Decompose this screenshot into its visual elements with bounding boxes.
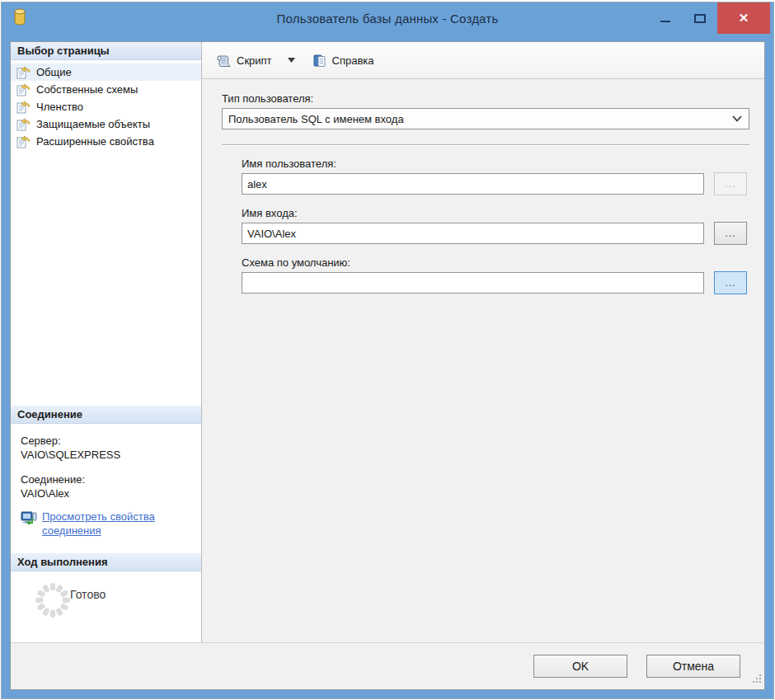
footer: OK Отмена xyxy=(11,642,764,689)
maximize-button[interactable] xyxy=(683,2,717,34)
minimize-button[interactable] xyxy=(648,2,683,34)
user-type-select[interactable]: Пользователь SQL с именем входа xyxy=(222,108,749,129)
login-name-input[interactable] xyxy=(242,223,704,244)
script-button[interactable]: Скрипт xyxy=(210,49,278,72)
page-icon xyxy=(16,135,31,148)
script-dropdown-button[interactable] xyxy=(284,49,298,72)
connection-header: Соединение xyxy=(11,406,201,424)
sidebar-item-label: Членство xyxy=(36,101,83,113)
ok-button[interactable]: OK xyxy=(533,655,627,678)
server-value: VAIO\SQLEXPRESS xyxy=(21,448,193,462)
default-schema-input[interactable] xyxy=(242,272,704,294)
connection-properties-icon xyxy=(21,510,42,538)
toolbar: Скрипт Справка xyxy=(202,42,764,79)
close-icon: ✕ xyxy=(739,11,749,26)
default-schema-browse-button[interactable]: ... xyxy=(714,271,747,294)
page-icon xyxy=(16,83,31,96)
help-button[interactable]: Справка xyxy=(307,49,380,72)
progress-header: Ход выполнения xyxy=(11,553,201,571)
sidebar: Выбор страницы Общие Собственные схемы xyxy=(11,42,202,642)
help-icon xyxy=(312,54,327,68)
page-icon xyxy=(16,101,31,114)
help-button-label: Справка xyxy=(332,54,374,67)
script-icon xyxy=(216,54,232,68)
minimize-icon xyxy=(660,21,670,22)
user-type-value: Пользователь SQL с именем входа xyxy=(228,113,404,125)
login-name-label: Имя входа: xyxy=(242,207,747,219)
connection-section: Соединение Сервер: VAIO\SQLEXPRESS Соеди… xyxy=(11,406,201,553)
script-button-label: Скрипт xyxy=(237,54,272,67)
title-bar[interactable]: Пользователь базы данных - Создать ✕ xyxy=(2,2,773,34)
separator xyxy=(222,144,749,146)
maximize-icon xyxy=(694,14,706,23)
progress-spinner-icon xyxy=(34,581,72,622)
page-selection-section: Выбор страницы Общие Собственные схемы xyxy=(11,42,201,406)
sidebar-item-label: Расширенные свойства xyxy=(36,135,154,148)
default-schema-label: Схема по умолчанию: xyxy=(242,256,747,269)
view-connection-properties-link[interactable]: Просмотреть свойства соединения xyxy=(42,510,184,538)
resize-grip-icon[interactable] xyxy=(751,672,762,687)
main-panel: Скрипт Справка Тип пользователя: Пользов… xyxy=(202,42,764,642)
user-name-browse-button: ... xyxy=(714,172,747,195)
connection-value: VAIO\Alex xyxy=(21,486,193,500)
user-type-label: Тип пользователя: xyxy=(222,92,747,105)
sidebar-item-extended-properties[interactable]: Расширенные свойства xyxy=(11,133,201,150)
sidebar-item-general[interactable]: Общие xyxy=(11,63,201,81)
form-area: Тип пользователя: Пользователь SQL с име… xyxy=(202,79,764,642)
connection-label: Соединение: xyxy=(21,472,193,486)
page-icon xyxy=(16,118,31,131)
dialog-window: Пользователь базы данных - Создать ✕ Выб… xyxy=(1,2,774,699)
page-icon xyxy=(16,66,31,79)
sidebar-item-label: Собственные схемы xyxy=(36,83,138,96)
sidebar-item-securables[interactable]: Защищаемые объекты xyxy=(11,115,201,133)
user-name-input[interactable] xyxy=(242,173,704,195)
login-name-browse-button[interactable]: ... xyxy=(714,222,747,245)
user-name-label: Имя пользователя: xyxy=(242,157,747,170)
close-button[interactable]: ✕ xyxy=(717,2,770,34)
progress-status: Готово xyxy=(70,588,106,601)
sidebar-item-label: Общие xyxy=(36,66,72,78)
sidebar-item-owned-schemas[interactable]: Собственные схемы xyxy=(11,81,201,98)
server-label: Сервер: xyxy=(21,434,193,448)
progress-section: Ход выполнения xyxy=(11,553,201,642)
database-icon xyxy=(13,7,26,30)
sidebar-item-label: Защищаемые объекты xyxy=(36,118,150,130)
chevron-down-icon xyxy=(288,58,295,63)
cancel-button[interactable]: Отмена xyxy=(646,655,740,678)
sidebar-item-membership[interactable]: Членство xyxy=(11,98,201,115)
chevron-down-icon xyxy=(732,115,742,122)
page-selection-header: Выбор страницы xyxy=(11,42,201,60)
